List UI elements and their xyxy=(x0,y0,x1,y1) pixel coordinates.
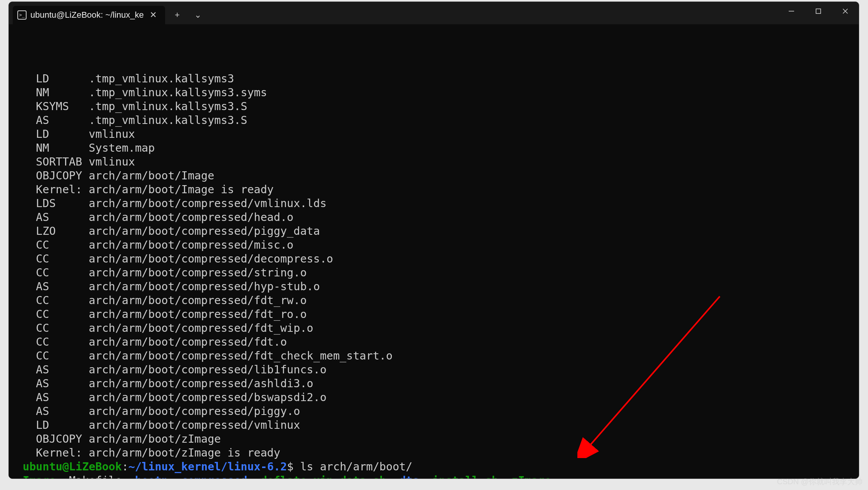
output-line: LDS arch/arm/boot/compressed/vmlinux.lds xyxy=(23,197,857,211)
new-tab-button[interactable]: + xyxy=(167,7,187,23)
output-line: AS arch/arm/boot/compressed/piggy.o xyxy=(23,405,857,418)
ls-entry: compressed xyxy=(181,474,248,478)
maximize-icon xyxy=(816,8,821,14)
output-line: LZO arch/arm/boot/compressed/piggy_data xyxy=(23,224,857,238)
ls-entry: bootp xyxy=(135,474,168,478)
output-line: NM System.map xyxy=(23,141,857,155)
watermark: CSDN @你就叫我李大帅 xyxy=(777,477,863,487)
output-line: Kernel: arch/arm/boot/Image is ready xyxy=(23,183,857,197)
output-line: OBJCOPY arch/arm/boot/zImage xyxy=(23,432,857,446)
output-line: AS .tmp_vmlinux.kallsyms3.S xyxy=(23,114,857,127)
output-line: AS arch/arm/boot/compressed/head.o xyxy=(23,211,857,224)
output-line: LD vmlinux xyxy=(23,127,857,141)
ls-entry: deflate_xip_data.sh xyxy=(261,474,386,478)
minimize-button[interactable] xyxy=(778,2,805,20)
output-line: LD .tmp_vmlinux.kallsyms3 xyxy=(23,72,857,86)
ls-output: Image Makefile bootp compressed deflate_… xyxy=(23,474,857,478)
output-line: CC arch/arm/boot/compressed/fdt_wip.o xyxy=(23,321,857,335)
output-line: Kernel: arch/arm/boot/zImage is ready xyxy=(23,446,857,460)
tab-close-button[interactable]: ✕ xyxy=(147,9,159,21)
ls-entry: Makefile xyxy=(69,474,122,478)
ls-entry: zImage xyxy=(512,474,551,478)
output-line: CC arch/arm/boot/compressed/decompress.o xyxy=(23,252,857,266)
titlebar[interactable]: >_ ubuntu@LiZeBook: ~/linux_ke ✕ + ⌄ xyxy=(9,2,859,24)
close-button[interactable] xyxy=(832,2,859,20)
output-line: AS arch/arm/boot/compressed/hyp-stub.o xyxy=(23,280,857,294)
terminal-viewport[interactable]: LD .tmp_vmlinux.kallsyms3 NM .tmp_vmlinu… xyxy=(9,24,859,478)
ls-entry: Image xyxy=(23,474,56,478)
output-line: CC arch/arm/boot/compressed/fdt.o xyxy=(23,335,857,349)
close-icon xyxy=(842,8,848,14)
output-line: SORTTAB vmlinux xyxy=(23,155,857,169)
prompt-path: ~/linux_kernel/linux-6.2 xyxy=(129,460,287,473)
output-line: AS arch/arm/boot/compressed/ashldi3.o xyxy=(23,377,857,391)
output-line: CC arch/arm/boot/compressed/string.o xyxy=(23,266,857,280)
maximize-button[interactable] xyxy=(805,2,832,20)
output-line: LD arch/arm/boot/compressed/vmlinux xyxy=(23,418,857,432)
prompt-user: ubuntu@LiZeBook xyxy=(23,460,122,473)
terminal-window: >_ ubuntu@LiZeBook: ~/linux_ke ✕ + ⌄ LD … xyxy=(8,2,859,479)
output-line: CC arch/arm/boot/compressed/fdt_ro.o xyxy=(23,308,857,321)
output-line: NM .tmp_vmlinux.kallsyms3.syms xyxy=(23,86,857,100)
svg-rect-1 xyxy=(816,9,821,13)
window-controls xyxy=(778,2,859,20)
command-text: ls arch/arm/boot/ xyxy=(300,460,413,473)
tab-dropdown-button[interactable]: ⌄ xyxy=(188,7,207,23)
output-line: AS arch/arm/boot/compressed/bswapsdi2.o xyxy=(23,391,857,405)
tab-actions: + ⌄ xyxy=(167,6,207,24)
tab-active[interactable]: >_ ubuntu@LiZeBook: ~/linux_ke ✕ xyxy=(13,6,165,24)
output-line: AS arch/arm/boot/compressed/lib1funcs.o xyxy=(23,363,857,377)
ls-entry: install.sh xyxy=(432,474,498,478)
terminal-icon: >_ xyxy=(17,10,27,20)
output-line: OBJCOPY arch/arm/boot/Image xyxy=(23,169,857,183)
output-line: CC arch/arm/boot/compressed/misc.o xyxy=(23,238,857,252)
output-line: CC arch/arm/boot/compressed/fdt_rw.o xyxy=(23,294,857,308)
ls-entry: dts xyxy=(399,474,419,478)
tab-title: ubuntu@LiZeBook: ~/linux_ke xyxy=(30,10,144,20)
minimize-icon xyxy=(788,8,794,14)
prompt-line[interactable]: ubuntu@LiZeBook:~/linux_kernel/linux-6.2… xyxy=(23,460,857,474)
output-line: KSYMS .tmp_vmlinux.kallsyms3.S xyxy=(23,100,857,114)
output-line: CC arch/arm/boot/compressed/fdt_check_me… xyxy=(23,349,857,363)
